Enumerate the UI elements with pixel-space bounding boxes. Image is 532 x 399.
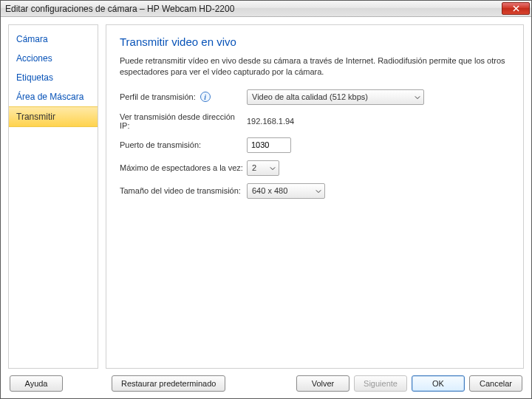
- label-text: Máximo de espectadores a la vez:: [120, 163, 243, 172]
- label-text: Puerto de transmisión:: [120, 140, 201, 149]
- select-transmission-profile[interactable]: Video de alta calidad (512 kbps): [247, 89, 424, 105]
- chevron-down-icon: [409, 92, 420, 101]
- value-ip-address: 192.168.1.94: [247, 117, 294, 126]
- sidebar-item-camera[interactable]: Cámara: [9, 30, 98, 49]
- dialog-window: Editar configuraciones de cámara – HP We…: [0, 0, 532, 399]
- sidebar-item-label: Etiquetas: [16, 72, 53, 83]
- label-ip-address: Ver transmisión desde dirección IP:: [120, 112, 247, 130]
- chevron-down-icon: [310, 186, 321, 195]
- select-value: Video de alta calidad (512 kbps): [252, 92, 368, 101]
- sidebar-item-label: Cámara: [16, 34, 48, 44]
- ok-button[interactable]: OK: [412, 375, 465, 392]
- label-text: Ver transmisión desde dirección IP:: [120, 112, 247, 130]
- sidebar-item-label: Área de Máscara: [16, 92, 83, 102]
- row-ip-address: Ver transmisión desde dirección IP: 192.…: [120, 112, 510, 130]
- sidebar-item-broadcast[interactable]: Transmitir: [9, 106, 98, 127]
- label-max-viewers: Máximo de espectadores a la vez:: [120, 163, 247, 172]
- close-icon: [513, 5, 519, 12]
- label-text: Perfil de transmisión:: [120, 92, 196, 101]
- panel-title: Transmitir video en vivo: [120, 35, 510, 48]
- sidebar-item-actions[interactable]: Acciones: [9, 49, 98, 68]
- content-area: Cámara Acciones Etiquetas Área de Máscar…: [1, 17, 531, 369]
- window-title: Editar configuraciones de cámara – HP We…: [5, 4, 502, 14]
- input-port[interactable]: [247, 137, 291, 153]
- select-value: 640 x 480: [252, 186, 287, 195]
- restore-defaults-button[interactable]: Restaurar predeterminado: [112, 375, 225, 392]
- label-text: Tamaño del video de transmisión:: [120, 186, 241, 195]
- select-max-viewers[interactable]: 2: [247, 160, 279, 176]
- label-transmission-profile: Perfil de transmisión: i: [120, 92, 247, 102]
- row-video-size: Tamaño del video de transmisión: 640 x 4…: [120, 183, 510, 199]
- sidebar-item-mask-area[interactable]: Área de Máscara: [9, 87, 98, 106]
- info-icon[interactable]: i: [200, 92, 211, 102]
- panel-description: Puede retransmitir vídeo en vivo desde s…: [120, 55, 510, 78]
- sidebar-item-label: Acciones: [16, 53, 52, 64]
- footer: Ayuda Restaurar predeterminado Volver Si…: [1, 369, 531, 398]
- main-panel: Transmitir video en vivo Puede retransmi…: [106, 24, 524, 369]
- next-button: Siguiente: [354, 375, 407, 392]
- close-button[interactable]: [502, 2, 530, 15]
- row-transmission-profile: Perfil de transmisión: i Video de alta c…: [120, 89, 510, 105]
- row-max-viewers: Máximo de espectadores a la vez: 2: [120, 160, 510, 176]
- row-port: Puerto de transmisión:: [120, 137, 510, 153]
- sidebar: Cámara Acciones Etiquetas Área de Máscar…: [8, 24, 98, 369]
- label-video-size: Tamaño del video de transmisión:: [120, 186, 247, 195]
- chevron-down-icon: [264, 163, 276, 172]
- sidebar-item-tags[interactable]: Etiquetas: [9, 68, 98, 87]
- select-video-size[interactable]: 640 x 480: [247, 183, 325, 199]
- cancel-button[interactable]: Cancelar: [469, 375, 522, 392]
- titlebar: Editar configuraciones de cámara – HP We…: [1, 1, 531, 17]
- label-port: Puerto de transmisión:: [120, 140, 247, 149]
- select-value: 2: [252, 163, 256, 172]
- sidebar-item-label: Transmitir: [16, 112, 55, 122]
- back-button[interactable]: Volver: [296, 375, 349, 392]
- help-button[interactable]: Ayuda: [10, 375, 63, 392]
